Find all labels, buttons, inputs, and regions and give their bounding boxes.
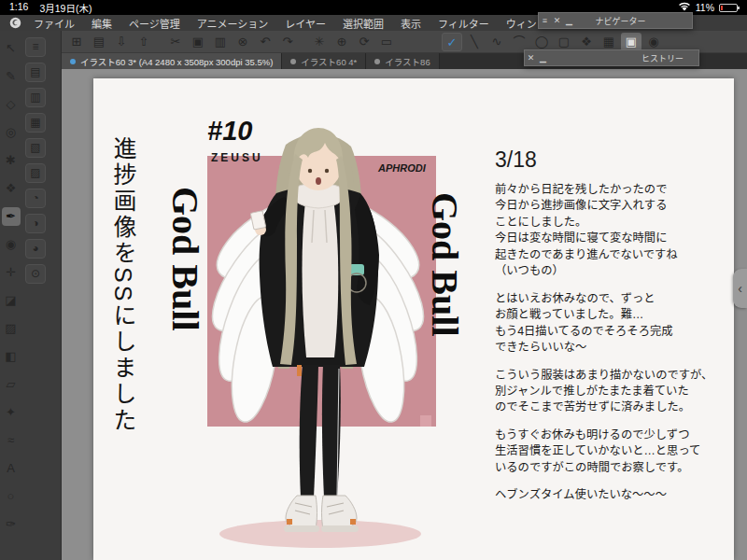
sub-tool-5[interactable]: ▧ <box>25 138 46 158</box>
status-date: 3月19日(木) <box>39 1 92 15</box>
frame-button[interactable]: ▭ <box>376 33 397 51</box>
palette-menu-icon[interactable]: ≡ <box>539 16 551 25</box>
tab-label: イラスト86 <box>385 55 430 68</box>
decoration-button[interactable]: ❖ <box>576 33 597 51</box>
blend-tool[interactable]: ◉ <box>2 235 21 254</box>
canvas-tab-3[interactable]: イラスト86 <box>366 53 439 69</box>
undo-button[interactable]: ↶ <box>255 33 275 51</box>
sub-tool-9[interactable]: ◕ <box>25 239 46 259</box>
menu-item-layer[interactable]: レイヤー <box>276 16 334 31</box>
tab-label: イラスト60 4* <box>301 55 357 68</box>
hoodie <box>303 193 339 357</box>
sub-tool-8[interactable]: ◑ <box>25 214 46 233</box>
copy-button[interactable]: ▣ <box>188 33 208 51</box>
left-leg <box>300 365 318 497</box>
minimize-icon[interactable]: ▁ <box>563 16 575 25</box>
brush-size-button[interactable]: ✳ <box>309 33 330 51</box>
progress-note-text: 進捗画像をSSにしました <box>106 136 140 454</box>
sub-tool-2[interactable]: ▤ <box>25 63 46 82</box>
move-tool[interactable]: ✛ <box>2 263 21 282</box>
sub-tool-7[interactable]: ◔ <box>25 189 46 208</box>
sub-tool-3[interactable]: ▥ <box>25 88 46 107</box>
diary-paragraph: もうすぐお休みも明けるので少しずつ 生活習慣を正していかないと…と思って いるの… <box>495 427 734 476</box>
history-title: ヒストリー <box>641 52 698 64</box>
tool-strip-secondary: ≡ ▤ ▥ ▦ ▧ ▨ ◔ ◑ ◕ ⊙ <box>22 35 49 287</box>
sub-tool-10[interactable]: ⊙ <box>25 264 46 284</box>
line-correction-button[interactable]: ✓ <box>442 33 462 51</box>
minimize-icon[interactable]: ▁ <box>537 53 549 63</box>
operation-tool[interactable]: ↖ <box>2 39 21 58</box>
save-button[interactable]: ⇩ <box>111 33 132 51</box>
diary-panel: 3/18 前々から日記を残したかったので 今日から進捗画像に文字入れする ことに… <box>495 147 734 515</box>
artwork-number: #10 <box>207 116 252 147</box>
delete-button[interactable]: ⊗ <box>233 33 253 51</box>
gradient-tool[interactable]: ◧ <box>2 347 21 366</box>
figure-tool[interactable]: ◇ <box>2 95 21 114</box>
artwork-name: ZEUSU <box>211 151 263 164</box>
arc-button[interactable]: ⌒ <box>509 33 529 51</box>
clip-studio-logo[interactable] <box>9 17 21 29</box>
fill-tool[interactable]: ▨ <box>2 319 21 338</box>
pencil-tool[interactable]: ✎ <box>2 67 21 86</box>
workspace-button[interactable]: ◉ <box>643 33 664 51</box>
history-palette[interactable]: ✕ ▁ ヒストリー <box>524 49 699 66</box>
canvas-tab-1[interactable]: イラスト60 3* (A4 2480 x 3508px 300dpi 35.5%… <box>62 53 282 69</box>
straight-line-button[interactable]: ╲ <box>464 33 485 51</box>
pen-tool[interactable]: ✒ <box>2 207 21 226</box>
canvas[interactable]: 進捗画像をSSにしました <box>93 78 734 560</box>
diary-date: 3/18 <box>495 147 734 173</box>
artwork-brand: APHRODI <box>378 162 426 174</box>
paste-button[interactable]: ▥ <box>210 33 231 51</box>
chevron-left-icon: ‹ <box>738 281 742 296</box>
new-canvas-button[interactable]: ▤ <box>89 33 109 51</box>
correction-tool[interactable]: ✑ <box>2 515 21 534</box>
grid-button[interactable]: ▦ <box>599 33 619 51</box>
panel-toggle-button[interactable]: ▣ <box>621 33 641 51</box>
unsaved-dot <box>290 59 296 64</box>
canvas-tab-2[interactable]: イラスト60 4* <box>282 53 366 69</box>
small-pink-square <box>420 415 431 427</box>
ellipse-button[interactable]: ◯ <box>531 33 552 51</box>
app-screen: 1:16 3月19日(木) 11% ファイル 編集 ページ管理 アニメーション … <box>0 0 747 560</box>
redo-button[interactable]: ↷ <box>277 33 298 51</box>
eraser-tool[interactable]: ◪ <box>2 291 21 310</box>
menu-item-filter[interactable]: フィルター <box>430 16 498 31</box>
side-panel-handle[interactable]: ‹ <box>733 269 747 308</box>
menu-item-view[interactable]: 表示 <box>392 16 430 31</box>
menu-item-selection[interactable]: 選択範囲 <box>334 16 392 31</box>
rectangle-button[interactable]: ▢ <box>554 33 574 51</box>
selection-tool[interactable]: ▱ <box>2 375 21 394</box>
rotate-canvas-button[interactable]: ⟳ <box>354 33 374 51</box>
menu-item-file[interactable]: ファイル <box>25 16 83 31</box>
curve-button[interactable]: ∿ <box>486 33 507 51</box>
diary-paragraph: ヘブンズタイム使いたいな〜〜〜 <box>495 487 734 503</box>
workspace: 進捗画像をSSにしました <box>62 69 747 560</box>
diary-paragraph: 前々から日記を残したかったので 今日から進捗画像に文字入れする ことにしました。… <box>495 182 734 280</box>
navigator-palette[interactable]: ≡ ✕ ▁ ナビゲーター <box>538 12 693 29</box>
sub-tool-6[interactable]: ▨ <box>25 163 46 183</box>
menu-item-edit[interactable]: 編集 <box>83 16 120 31</box>
battery-icon <box>719 4 738 12</box>
airbrush-tool[interactable]: ✱ <box>2 151 21 170</box>
menu-item-animation[interactable]: アニメーション <box>189 16 277 31</box>
diary-paragraph: とはいえお休みなので、ずっと お顔と戦っていました。難… もう4日描いてるのでそ… <box>495 291 734 357</box>
command-bar-settings-button[interactable]: ⊞ <box>66 33 87 51</box>
decoration-tool[interactable]: ❖ <box>2 179 21 198</box>
text-tool[interactable]: A <box>2 459 21 478</box>
side-text-right: God Bull <box>423 192 467 337</box>
sub-tool-4[interactable]: ▦ <box>25 113 46 133</box>
ruler-tool[interactable]: ≈ <box>2 431 21 450</box>
cut-button[interactable]: ✂ <box>165 33 186 51</box>
close-icon[interactable]: ✕ <box>551 16 563 25</box>
balloon-tool[interactable]: ○ <box>2 487 21 506</box>
status-time: 1:16 <box>9 1 28 15</box>
menu-item-page[interactable]: ページ管理 <box>120 16 189 31</box>
close-icon[interactable]: ✕ <box>525 53 537 63</box>
eyedropper-tool[interactable]: ✦ <box>2 403 21 422</box>
share-button[interactable]: ⇧ <box>134 33 154 51</box>
zoom-tool[interactable]: ◎ <box>2 123 21 142</box>
snap-button[interactable]: ⊕ <box>331 33 352 51</box>
unsaved-dot <box>70 59 76 64</box>
sub-tool-1[interactable]: ≡ <box>25 37 46 57</box>
tool-strip-primary: ↖ ✎ ◇ ◎ ✱ ❖ ✒ ◉ ✛ ◪ ▨ ◧ ▱ ✦ ≈ A ○ ✑ <box>0 35 21 539</box>
